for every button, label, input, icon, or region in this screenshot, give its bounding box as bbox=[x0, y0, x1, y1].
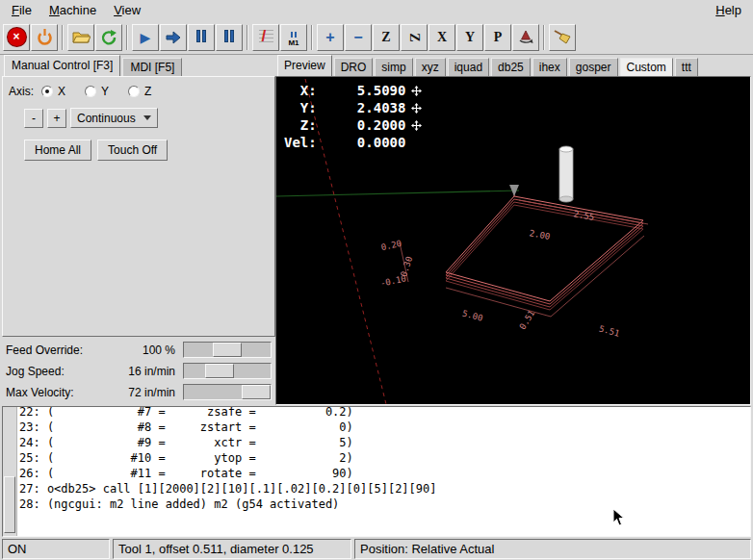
max-velocity-slider[interactable] bbox=[183, 384, 272, 400]
clear-plot-button[interactable] bbox=[549, 24, 576, 51]
axis-y-radio[interactable]: Y bbox=[85, 85, 109, 98]
homed-icon bbox=[411, 120, 422, 131]
tab-ttt[interactable]: ttt bbox=[675, 58, 698, 76]
home-all-button[interactable]: Home All bbox=[24, 140, 91, 161]
zoom-in-button[interactable]: + bbox=[317, 24, 344, 51]
dro-x: X: 5.5090 bbox=[284, 82, 405, 99]
slider-handle[interactable] bbox=[213, 343, 242, 357]
control-tabs: Manual Control [F3] MDI [F5] bbox=[2, 55, 275, 76]
gcode-listing[interactable]: 22: ( #7 = zsafe = 0.2) 23: ( #8 = zstar… bbox=[2, 406, 751, 537]
tab-custom[interactable]: Custom bbox=[620, 58, 673, 76]
dimension-label: -0.10 bbox=[379, 273, 407, 288]
run-program-button[interactable]: ▶ bbox=[132, 24, 159, 51]
dimension-label: 0.51 bbox=[517, 309, 536, 332]
dro-vel: Vel: 0.0000 bbox=[284, 134, 405, 151]
view-z-icon: Z bbox=[381, 30, 390, 45]
view-perspective-button[interactable]: P bbox=[484, 24, 511, 51]
reload-file-button[interactable] bbox=[95, 24, 122, 51]
gcode-line[interactable]: 25: ( #10 = ytop = 2) bbox=[19, 450, 748, 466]
zoom-out-icon: − bbox=[353, 30, 362, 45]
view-y-icon: Y bbox=[465, 30, 475, 45]
estop-button[interactable]: × bbox=[3, 24, 30, 51]
gcode-line[interactable]: 28: (ngcgui: m2 line added) m2 (g54 acti… bbox=[19, 496, 748, 512]
stop-icon bbox=[223, 30, 235, 45]
axis-y-label: Y bbox=[101, 85, 109, 98]
feed-override-slider[interactable] bbox=[183, 342, 272, 358]
chevron-down-icon bbox=[143, 115, 151, 120]
rotate-view-icon bbox=[517, 29, 534, 46]
tab-xyz[interactable]: xyz bbox=[415, 58, 446, 76]
toolbar-separator bbox=[543, 25, 545, 50]
pause-button[interactable] bbox=[188, 24, 215, 51]
axis-z-radio[interactable]: Z bbox=[128, 85, 151, 98]
optional-stop-button[interactable]: M1 bbox=[280, 24, 307, 51]
step-button[interactable] bbox=[160, 24, 187, 51]
open-file-button[interactable] bbox=[67, 24, 94, 51]
view-x-icon: X bbox=[437, 30, 447, 45]
jog-minus-button[interactable]: - bbox=[24, 109, 43, 128]
zoom-out-button[interactable]: − bbox=[345, 24, 372, 51]
view-z-rotated-icon: Z bbox=[406, 33, 422, 41]
slider-handle[interactable] bbox=[205, 364, 234, 378]
tab-iquad[interactable]: iquad bbox=[448, 58, 489, 76]
stop-button[interactable] bbox=[216, 24, 243, 51]
view-y-button[interactable]: Y bbox=[456, 24, 483, 51]
gcode-scrollbar[interactable] bbox=[3, 407, 17, 536]
jog-plus-button[interactable]: + bbox=[47, 109, 66, 128]
slider-section: Feed Override: 100 % Jog Speed: 16 in/mi… bbox=[2, 337, 275, 405]
radio-icon bbox=[128, 86, 140, 97]
tool-info-status: Tool 1, offset 0.511, diameter 0.125 bbox=[113, 539, 351, 559]
gcode-line[interactable]: 26: ( #11 = rotate = 90) bbox=[19, 466, 748, 481]
view-x-button[interactable]: X bbox=[428, 24, 455, 51]
slider-handle[interactable] bbox=[242, 385, 271, 399]
tab-preview[interactable]: Preview bbox=[277, 55, 332, 76]
machine-power-button[interactable] bbox=[31, 24, 58, 51]
axis-x-label: X bbox=[58, 85, 65, 98]
toolpath-outline bbox=[446, 185, 643, 310]
gcode-line[interactable]: 24: ( #9 = xctr = 5) bbox=[19, 435, 748, 450]
tab-simp[interactable]: simp bbox=[375, 58, 412, 76]
touch-off-button[interactable]: Touch Off bbox=[97, 140, 168, 161]
feed-override-label: Feed Override: bbox=[6, 344, 116, 357]
view-z-button[interactable]: Z bbox=[373, 24, 400, 51]
menu-help[interactable]: Help bbox=[707, 1, 750, 19]
toolbar-separator bbox=[126, 25, 128, 50]
menu-machine[interactable]: Machine bbox=[40, 1, 105, 19]
tab-db25[interactable]: db25 bbox=[491, 58, 531, 76]
dimension-label: 0.20 bbox=[380, 239, 402, 252]
radio-icon bbox=[85, 86, 96, 97]
jog-mode-select[interactable]: Continuous bbox=[70, 108, 158, 128]
menu-view[interactable]: View bbox=[105, 1, 149, 19]
tab-manual-control[interactable]: Manual Control [F3] bbox=[4, 55, 120, 76]
preview-canvas[interactable]: 2.55 2.00 0.20 0.30 -0.10 5.00 0.51 5.51… bbox=[275, 76, 751, 405]
tab-ihex[interactable]: ihex bbox=[532, 58, 567, 76]
gcode-line[interactable]: 27: o<db25> call [1][2000][2][10][.1][.0… bbox=[19, 481, 748, 496]
machine-state-status: ON bbox=[2, 539, 110, 559]
max-velocity-value: 72 in/min bbox=[116, 386, 175, 399]
dro-readout: X: 5.5090 Y: 2.4038 Z: 0.2000 Vel: 0.000… bbox=[284, 82, 422, 151]
block-delete-button[interactable]: / bbox=[252, 24, 279, 51]
pause-icon bbox=[195, 30, 207, 45]
dimension-label: 5.51 bbox=[598, 323, 621, 338]
menu-file[interactable]: File bbox=[3, 1, 40, 19]
machine-extent-line bbox=[276, 191, 519, 196]
gcode-scrollbar-thumb[interactable] bbox=[4, 476, 15, 533]
gcode-line[interactable]: 23: ( #8 = zstart = 0) bbox=[19, 420, 748, 435]
feed-override-value: 100 % bbox=[116, 344, 175, 357]
preview-tabs: Preview DRO simp xyz iquad db25 ihex gos… bbox=[275, 55, 751, 76]
tab-mdi[interactable]: MDI [F5] bbox=[122, 58, 182, 76]
axis-x-radio[interactable]: X bbox=[41, 85, 65, 98]
control-panel: Manual Control [F3] MDI [F5] Axis: X Y Z bbox=[0, 55, 275, 405]
toolbar: × ▶ / bbox=[0, 20, 753, 55]
tab-dro[interactable]: DRO bbox=[334, 58, 374, 76]
dro-y: Y: 2.4038 bbox=[284, 99, 405, 116]
open-folder-icon bbox=[72, 30, 91, 44]
gcode-line[interactable]: 22: ( #7 = zsafe = 0.2) bbox=[19, 406, 748, 420]
main-area: Manual Control [F3] MDI [F5] Axis: X Y Z bbox=[0, 55, 753, 405]
reload-icon bbox=[100, 29, 117, 46]
rotate-view-button[interactable] bbox=[512, 24, 539, 51]
max-velocity-label: Max Velocity: bbox=[6, 386, 116, 399]
jog-speed-slider[interactable] bbox=[183, 363, 272, 379]
view-z-rotated-button[interactable]: Z bbox=[401, 24, 428, 51]
tab-gosper[interactable]: gosper bbox=[569, 58, 618, 76]
